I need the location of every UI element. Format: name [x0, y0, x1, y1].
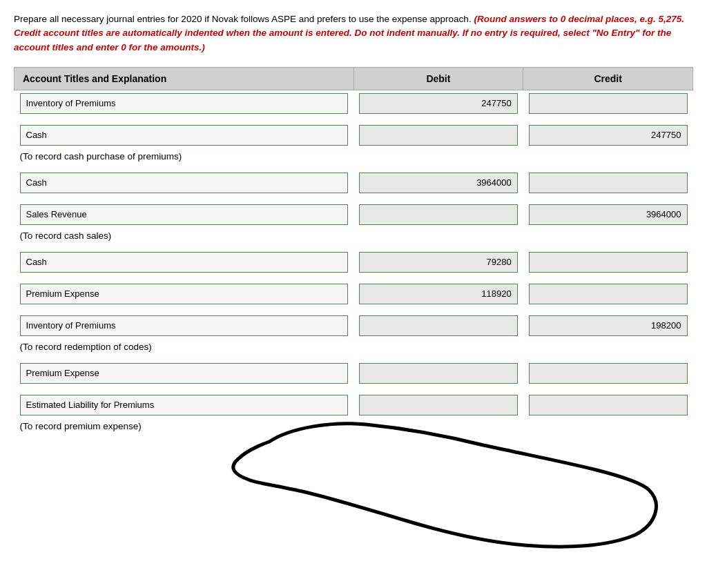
account-input[interactable] — [20, 395, 349, 415]
spacer-row — [14, 386, 693, 392]
account-input[interactable] — [20, 173, 349, 193]
spacer-row — [14, 275, 693, 281]
debit-input[interactable] — [359, 395, 518, 415]
account-input[interactable] — [20, 204, 349, 225]
table-row — [14, 360, 693, 386]
account-input[interactable] — [20, 363, 349, 384]
credit-input[interactable] — [529, 363, 688, 384]
credit-input[interactable] — [529, 173, 688, 193]
table-row — [14, 281, 693, 307]
credit-input[interactable] — [529, 395, 688, 415]
instructions: Prepare all necessary journal entries fo… — [14, 12, 693, 55]
table-row — [14, 90, 693, 117]
instruction-text1: Prepare all necessary journal entries fo… — [14, 14, 472, 24]
note-text: (To record redemption of codes) — [14, 339, 693, 355]
debit-input[interactable] — [359, 315, 518, 336]
credit-input[interactable] — [529, 125, 688, 146]
debit-input[interactable] — [359, 284, 518, 304]
col-header-credit: Credit — [523, 67, 693, 90]
note-text: (To record cash sales) — [14, 228, 693, 244]
account-input[interactable] — [20, 284, 349, 304]
note-text: (To record premium expense) — [14, 418, 693, 434]
note-row: (To record cash purchase of premiums) — [14, 148, 693, 164]
spacer-row — [14, 117, 693, 122]
table-row — [14, 249, 693, 275]
note-row: (To record redemption of codes) — [14, 339, 693, 355]
table-row — [14, 392, 693, 418]
spacer-row — [14, 355, 693, 360]
journal-table: Account Titles and Explanation Debit Cre… — [14, 67, 693, 434]
debit-input[interactable] — [359, 363, 518, 384]
account-input[interactable] — [20, 125, 349, 146]
spacer-row — [14, 307, 693, 313]
table-row — [14, 170, 693, 196]
note-row: (To record cash sales) — [14, 228, 693, 244]
credit-input[interactable] — [529, 204, 688, 225]
note-text: (To record cash purchase of premiums) — [14, 148, 693, 164]
spacer-row — [14, 244, 693, 249]
table-row — [14, 202, 693, 228]
col-header-account: Account Titles and Explanation — [14, 67, 354, 90]
credit-input[interactable] — [529, 252, 688, 273]
debit-input[interactable] — [359, 125, 518, 146]
table-row — [14, 313, 693, 339]
debit-input[interactable] — [359, 93, 518, 114]
credit-input[interactable] — [529, 93, 688, 114]
account-input[interactable] — [20, 252, 349, 273]
debit-input[interactable] — [359, 173, 518, 193]
spacer-row — [14, 164, 693, 170]
account-input[interactable] — [20, 315, 349, 336]
credit-input[interactable] — [529, 315, 688, 336]
table-row — [14, 122, 693, 148]
note-row: (To record premium expense) — [14, 418, 693, 434]
spacer-row — [14, 196, 693, 202]
credit-input[interactable] — [529, 284, 688, 304]
col-header-debit: Debit — [354, 67, 523, 90]
account-input[interactable] — [20, 93, 349, 114]
debit-input[interactable] — [359, 252, 518, 273]
debit-input[interactable] — [359, 204, 518, 225]
